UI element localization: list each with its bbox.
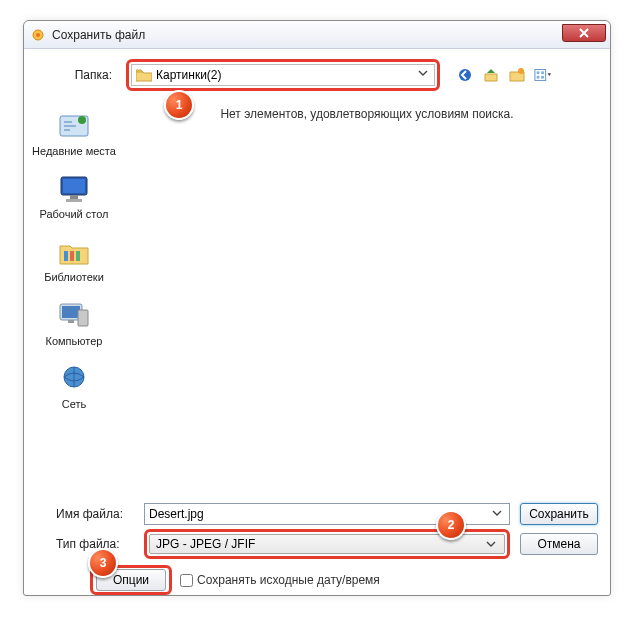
svg-rect-19 — [62, 306, 80, 318]
computer-icon — [55, 299, 93, 333]
up-icon[interactable] — [482, 66, 500, 84]
filename-label: Имя файла: — [36, 507, 144, 521]
folder-bar: Папка: Картинки(2) — [24, 49, 610, 99]
annotation-marker-2: 2 — [436, 510, 466, 540]
svg-rect-7 — [537, 76, 540, 79]
svg-rect-13 — [70, 195, 78, 199]
svg-rect-20 — [68, 320, 74, 323]
network-icon — [55, 362, 93, 396]
save-button[interactable]: Сохранить — [520, 503, 598, 525]
filetype-value: JPG - JPEG / JFIF — [156, 537, 255, 551]
svg-point-10 — [78, 116, 86, 124]
svg-rect-4 — [535, 70, 546, 81]
filename-value: Desert.jpg — [149, 507, 204, 521]
place-label: Рабочий стол — [39, 208, 108, 221]
folder-highlight: Картинки(2) — [126, 59, 440, 91]
folder-icon — [136, 68, 152, 82]
libraries-icon — [55, 235, 93, 269]
svg-rect-5 — [537, 71, 540, 74]
place-label: Библиотеки — [44, 271, 104, 284]
empty-message: Нет элементов, удовлетворяющих условиям … — [136, 107, 598, 121]
titlebar[interactable]: Сохранить файл — [24, 21, 610, 49]
svg-rect-8 — [541, 76, 544, 79]
place-label: Компьютер — [46, 335, 103, 348]
svg-rect-12 — [63, 179, 85, 193]
svg-rect-17 — [76, 251, 80, 261]
chevron-down-icon — [486, 539, 498, 551]
svg-rect-21 — [78, 310, 88, 326]
chevron-down-icon[interactable] — [492, 508, 504, 520]
checkbox-label: Сохранять исходные дату/время — [197, 573, 380, 587]
svg-rect-6 — [541, 71, 544, 74]
place-desktop[interactable]: Рабочий стол — [26, 172, 122, 221]
place-recent[interactable]: Недавние места — [26, 109, 122, 158]
svg-rect-14 — [66, 199, 82, 202]
svg-rect-16 — [70, 251, 74, 261]
recent-places-icon — [55, 109, 93, 143]
preserve-date-checkbox[interactable]: Сохранять исходные дату/время — [180, 573, 380, 587]
svg-point-1 — [36, 33, 40, 37]
filetype-label: Тип файла: — [36, 537, 144, 551]
window-title: Сохранить файл — [52, 28, 562, 42]
folder-label: Папка: — [38, 68, 120, 82]
place-computer[interactable]: Компьютер — [26, 299, 122, 348]
save-dialog: Сохранить файл Папка: Картинки(2) — [23, 20, 611, 596]
back-icon[interactable] — [456, 66, 474, 84]
place-label: Недавние места — [32, 145, 116, 158]
view-menu-icon[interactable] — [534, 66, 552, 84]
place-network[interactable]: Сеть — [26, 362, 122, 411]
close-button[interactable] — [562, 24, 606, 42]
preserve-date-input[interactable] — [180, 574, 193, 587]
desktop-icon — [55, 172, 93, 206]
new-folder-icon[interactable] — [508, 66, 526, 84]
cancel-button[interactable]: Отмена — [520, 533, 598, 555]
app-icon — [30, 27, 46, 43]
place-label: Сеть — [62, 398, 86, 411]
file-list-area[interactable]: Нет элементов, удовлетворяющих условиям … — [124, 99, 610, 495]
annotation-marker-3: 3 — [88, 548, 118, 578]
folder-value: Картинки(2) — [156, 68, 222, 82]
svg-point-3 — [518, 68, 524, 74]
places-sidebar: Недавние места Рабочий стол Библиотеки К… — [24, 99, 124, 495]
folder-combobox[interactable]: Картинки(2) — [131, 64, 435, 86]
annotation-marker-1: 1 — [164, 90, 194, 120]
chevron-down-icon — [418, 68, 430, 80]
place-libraries[interactable]: Библиотеки — [26, 235, 122, 284]
svg-rect-15 — [64, 251, 68, 261]
